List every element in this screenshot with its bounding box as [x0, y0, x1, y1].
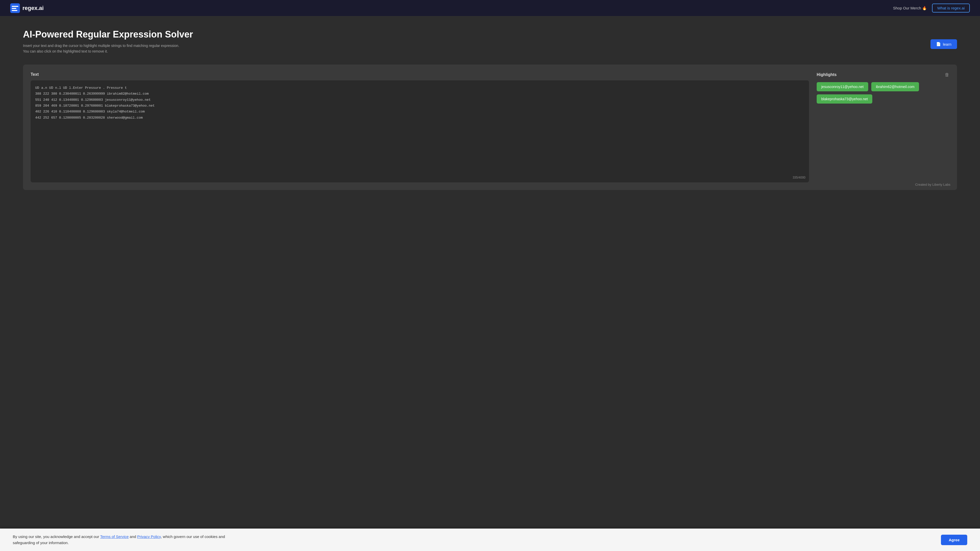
created-by: Created by Liberty Labs — [915, 183, 950, 186]
highlights-section: Highlights 🗑 jesusconroy11@yehoo.net ibr… — [817, 72, 950, 183]
main-card: Text UD a.n UD n.l UD l.Enter Pressure .… — [23, 65, 957, 190]
privacy-link[interactable]: Privacy Policy — [137, 534, 161, 539]
logo[interactable]: regex.ai — [10, 3, 44, 13]
page-subtitle: Insert your text and drag the cursor to … — [23, 43, 957, 54]
learn-btn-wrapper: 📄 learn — [931, 39, 957, 49]
logo-icon — [10, 3, 20, 13]
highlights-label: Highlights — [817, 73, 837, 77]
cookie-text: By using our site, you acknowledge and a… — [13, 534, 242, 546]
highlight-tag-1[interactable]: ibrahim62@hotmeil.com — [871, 82, 919, 91]
cookie-and: and — [129, 534, 137, 539]
cookie-prefix: By using our site, you acknowledge and a… — [13, 534, 100, 539]
highlight-tag-2[interactable]: blakeprohaska73@yehoo.net — [817, 94, 872, 103]
text-counter: 335/4000 — [793, 176, 805, 179]
text-section-label: Text — [30, 72, 809, 77]
svg-rect-2 — [12, 8, 16, 9]
text-area-content[interactable]: UD a.n UD n.l UD l.Enter Pressure . Pres… — [35, 85, 804, 121]
navbar: regex.ai Shop Our Merch 🔥 What is regex.… — [0, 0, 980, 16]
highlights-header: Highlights 🗑 — [817, 72, 950, 78]
svg-rect-3 — [12, 10, 18, 11]
logo-text: regex.ai — [22, 5, 44, 11]
main-content: 📄 learn AI-Powered Regular Expression So… — [0, 16, 980, 200]
learn-button[interactable]: 📄 learn — [931, 39, 957, 49]
navbar-right: Shop Our Merch 🔥 What is regex.ai — [893, 3, 970, 13]
text-section: Text UD a.n UD n.l UD l.Enter Pressure .… — [30, 72, 809, 183]
agree-button[interactable]: Agree — [941, 535, 967, 545]
shop-merch-link[interactable]: Shop Our Merch 🔥 — [893, 6, 927, 11]
cookie-banner: By using our site, you acknowledge and a… — [0, 529, 980, 551]
svg-rect-1 — [12, 6, 18, 7]
page-title: AI-Powered Regular Expression Solver — [23, 29, 957, 40]
learn-label: learn — [943, 42, 951, 46]
subtitle-line2: You can also click on the highlighted te… — [23, 49, 108, 53]
highlight-tag-0[interactable]: jesusconroy11@yehoo.net — [817, 82, 868, 91]
what-is-button[interactable]: What is regex.ai — [932, 3, 970, 13]
trash-icon[interactable]: 🗑 — [945, 72, 950, 78]
highlights-grid: jesusconroy11@yehoo.net ibrahim62@hotmei… — [817, 82, 950, 103]
subtitle-line1: Insert your text and drag the cursor to … — [23, 44, 179, 48]
terms-link[interactable]: Terms of Service — [100, 534, 129, 539]
text-area-wrapper[interactable]: UD a.n UD n.l UD l.Enter Pressure . Pres… — [30, 80, 809, 183]
learn-icon: 📄 — [936, 42, 941, 46]
